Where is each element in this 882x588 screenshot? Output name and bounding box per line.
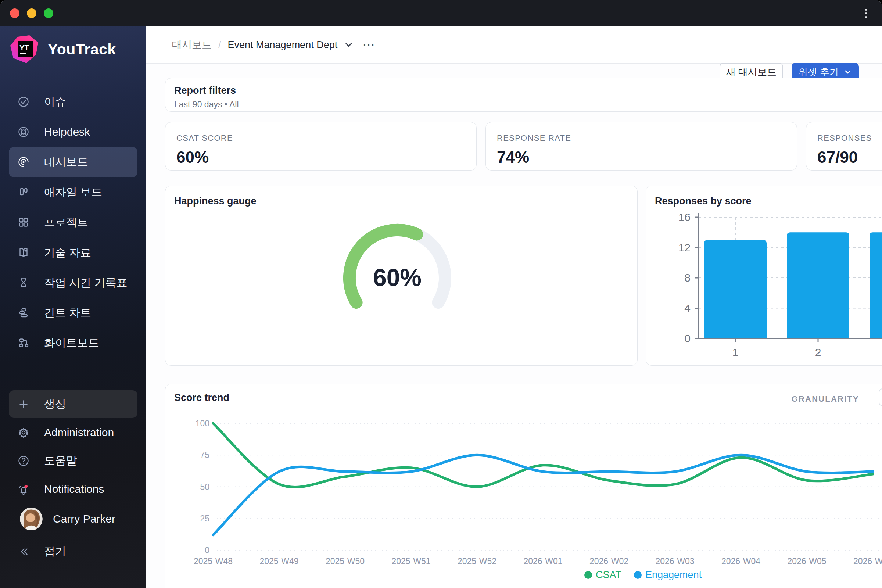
sidebar-item-label: Helpdesk (44, 126, 90, 138)
sidebar-item-label: 대시보드 (44, 155, 88, 170)
sidebar: YT YouTrack 이슈 Helpdesk 대시보드 (0, 27, 146, 588)
projects-grid-icon (17, 216, 30, 229)
trend-line-csat (213, 423, 873, 487)
collapse-label: 접기 (44, 544, 66, 559)
happiness-gauge-widget: Happiness gauge 60% (165, 186, 638, 366)
traffic-lights (10, 9, 53, 18)
bar-y-tick-label: 12 (678, 242, 690, 254)
bar-y-tick-label: 4 (684, 302, 690, 314)
trend-x-tick-label: 2025-W48 (194, 556, 232, 566)
bar (704, 240, 766, 339)
sidebar-item-dashboards[interactable]: 대시보드 (9, 147, 138, 177)
bar-y-tick-label: 0 (684, 332, 690, 344)
notification-badge (25, 485, 28, 488)
trend-y-tick-label: 75 (200, 450, 210, 460)
score-trend-chart: 02550751002025-W482025-W492025-W502025-W… (165, 408, 882, 588)
kpi-label: RESPONSES (818, 134, 882, 143)
create-button[interactable]: 생성 (9, 390, 138, 418)
sidebar-item-gantt-charts[interactable]: 간트 차트 (9, 298, 138, 328)
legend-dot-icon (634, 571, 642, 579)
sidebar-item-issues[interactable]: 이슈 (9, 87, 138, 117)
kpi-label: RESPONSE RATE (497, 134, 786, 143)
check-circle-icon (17, 95, 30, 108)
main-content: 대시보드 / Event Management Dept ⋯ 새 대시보드 위젯… (146, 27, 882, 588)
dashboard-gauge-icon (17, 156, 30, 169)
sidebar-item-label: 화이트보드 (44, 336, 99, 351)
maximize-window-button[interactable] (44, 9, 53, 18)
sidebar-collapse-button[interactable]: 접기 (9, 537, 155, 566)
add-widget-label: 위젯 추가 (798, 66, 839, 79)
bar (787, 232, 849, 339)
kpi-card-csat-score: CSAT SCORE 60% (165, 122, 477, 171)
titlebar (0, 0, 882, 27)
trend-x-tick-label: 2026-W04 (722, 556, 760, 566)
trend-x-tick-label: 2026-W06 (854, 556, 882, 566)
legend-item-engagement[interactable]: Engagement (634, 569, 702, 580)
more-options-icon[interactable]: ⋯ (362, 38, 376, 52)
legend-label: Engagement (645, 569, 702, 580)
avatar (20, 507, 43, 530)
legend-item-csat[interactable]: CSAT (584, 569, 621, 580)
youtrack-logo[interactable]: YT YouTrack (10, 35, 116, 63)
trend-x-tick-label: 2026-W02 (590, 556, 628, 566)
bar (870, 232, 882, 339)
gear-icon (17, 426, 30, 439)
bar-y-tick-label: 16 (678, 211, 690, 223)
trend-y-tick-label: 0 (205, 545, 210, 555)
agile-board-icon (17, 186, 30, 199)
trend-title: Score trend (174, 392, 230, 404)
sidebar-item-projects[interactable]: 프로젝트 (9, 207, 138, 237)
kpi-value: 60% (176, 148, 465, 166)
gantt-bars-icon (17, 306, 30, 320)
chevron-down-icon[interactable] (344, 38, 354, 52)
kpi-card-response-rate: RESPONSE RATE 74% (486, 122, 797, 171)
sidebar-item-label: 작업 시간 기록표 (44, 275, 128, 290)
chart-legend: CSATEngagement (584, 569, 702, 580)
minimize-window-button[interactable] (27, 9, 36, 18)
trend-x-tick-label: 2026-W01 (524, 556, 562, 566)
breadcrumb-separator: / (218, 39, 221, 51)
kpi-value: 67/90 (818, 148, 882, 166)
report-filters-card[interactable]: Report filters Last 90 days • All (165, 78, 882, 112)
granularity-label: GRANULARITY (792, 394, 859, 404)
kebab-menu-icon[interactable] (858, 6, 873, 21)
granularity-select[interactable] (879, 388, 882, 406)
sidebar-item-whiteboards[interactable]: 화이트보드 (9, 328, 138, 358)
score-trend-header: Score trend GRANULARITY (165, 384, 882, 408)
sidebar-item-timesheets[interactable]: 작업 시간 기록표 (9, 267, 138, 298)
trend-x-tick-label: 2025-W51 (392, 556, 430, 566)
sidebar-item-notifications[interactable]: Notifications (9, 475, 155, 503)
sidebar-item-help[interactable]: 도움말 (9, 447, 155, 475)
plus-icon (17, 398, 30, 411)
page-header: 대시보드 / Event Management Dept ⋯ 새 대시보드 위젯… (146, 27, 882, 64)
bar-y-tick-label: 8 (684, 272, 690, 284)
question-circle-icon (17, 454, 30, 468)
page-title: Event Management Dept (228, 39, 338, 51)
create-label: 생성 (44, 396, 66, 412)
kpi-card-responses: RESPONSES 67/90 (806, 122, 882, 171)
sidebar-item-label: Administration (44, 426, 114, 439)
sidebar-item-label: Notifications (44, 483, 104, 495)
lifebuoy-icon (17, 125, 30, 138)
sidebar-item-agile-boards[interactable]: 애자일 보드 (9, 177, 138, 207)
new-dashboard-label: 새 대시보드 (726, 66, 777, 79)
whiteboard-nodes-icon (17, 336, 30, 350)
chevron-down-icon (843, 68, 852, 76)
logo-text: YouTrack (48, 41, 116, 58)
sidebar-item-profile[interactable]: Carry Parker (9, 504, 155, 534)
trend-x-tick-label: 2026-W03 (655, 556, 694, 566)
sidebar-item-helpdesk[interactable]: Helpdesk (9, 117, 138, 147)
happiness-gauge-chart: 60% (165, 186, 638, 366)
sidebar-item-administration[interactable]: Administration (9, 418, 155, 447)
close-window-button[interactable] (10, 9, 20, 18)
sidebar-item-label: 간트 차트 (44, 305, 91, 321)
kpi-label: CSAT SCORE (176, 134, 465, 143)
sidebar-item-knowledge-base[interactable]: 기술 자료 (9, 237, 138, 267)
bar-x-tick-label: 1 (732, 346, 739, 358)
breadcrumb-dashboards-link[interactable]: 대시보드 (172, 38, 212, 51)
youtrack-logo-icon: YT (10, 35, 38, 63)
double-chevron-left-icon (17, 545, 30, 558)
breadcrumb: 대시보드 / Event Management Dept ⋯ (172, 27, 376, 63)
kpi-value: 74% (497, 148, 786, 166)
legend-label: CSAT (596, 569, 621, 580)
